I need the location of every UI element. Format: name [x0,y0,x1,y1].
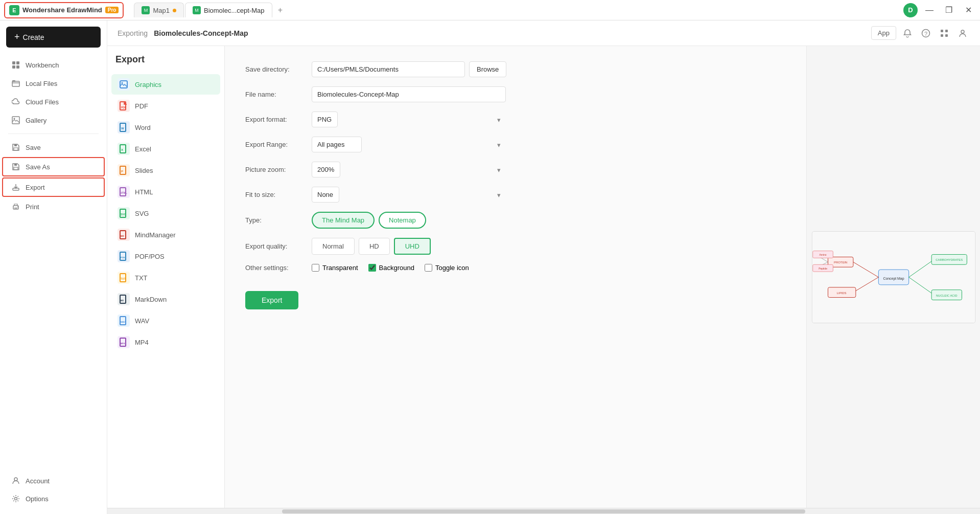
export-label-mp4: MP4 [135,339,149,346]
svg-text:SVG: SVG [121,213,126,216]
export-item-markdown[interactable]: MD MarkDown [111,289,220,309]
export-item-svg[interactable]: SVG SVG [111,203,220,224]
export-item-slides[interactable]: P Slides [111,160,220,181]
sidebar-item-export[interactable]: Export [2,177,105,197]
sidebar: + Create Workbench Local Files Cloud Fil… [0,20,107,514]
export-item-html[interactable]: HTML HTML [111,182,220,202]
export-format-row: Export format: PNGJPGBMPSVG [245,111,786,127]
sidebar-item-save[interactable]: Save [3,139,104,156]
transparent-checkbox-item[interactable]: Transparent [312,264,358,272]
background-checkbox[interactable] [368,264,376,272]
svg-point-16 [14,478,17,481]
close-button[interactable]: ✕ [961,3,976,18]
sidebar-item-local-files[interactable]: Local Files [3,75,104,92]
svg-text:MM: MM [121,235,124,237]
svg-rect-10 [14,164,17,166]
sidebar-item-workbench[interactable]: Workbench [3,56,104,74]
content-area: Exporting Biomolecules-Concept-Map App ? [107,20,980,514]
sidebar-item-cloud-files[interactable]: Cloud Files [3,93,104,110]
file-name-label: File name: [245,91,312,98]
fit-to-size-select[interactable]: NoneA4A3 [312,187,339,203]
create-button[interactable]: + Create [6,27,101,48]
tab-add-button[interactable]: + [273,3,288,17]
options-icon [11,494,20,503]
export-item-pof-pos[interactable]: POS POF/POS [111,246,220,266]
tab-map1[interactable]: M Map1 [134,3,184,17]
tab-biomolec[interactable]: M Biomolec...cept-Map [185,3,272,17]
title-bar-left: E Wondershare EdrawMind Pro M Map1 M Bio… [4,2,288,18]
app-button[interactable]: App [871,26,896,40]
print-icon [11,202,20,211]
sidebar-item-account[interactable]: Account [3,472,104,489]
save-directory-input[interactable] [312,61,465,77]
export-item-pdf[interactable]: PDF PDF [111,96,220,116]
bottom-scrollbar[interactable] [107,508,980,514]
export-item-mindmanager[interactable]: MM MindManager [111,225,220,245]
scrollbar-thumb[interactable] [282,509,806,513]
mindmanager-format-icon: MM [118,229,130,241]
app-logo: E Wondershare EdrawMind Pro [4,2,124,18]
sidebar-item-gallery[interactable]: Gallery [3,111,104,129]
quality-hd-button[interactable]: HD [359,238,390,255]
fit-to-size-select-wrapper: NoneA4A3 [312,187,506,203]
export-item-txt[interactable]: TXT TXT [111,267,220,288]
type-mind-map-button[interactable]: The Mind Map [312,212,375,229]
notification-icon[interactable] [900,26,915,40]
export-icon [11,183,20,192]
export-range-select[interactable]: All pagesCurrent page [312,137,362,152]
apps-icon[interactable] [937,26,951,40]
svg-text:CARBOHYDRATES: CARBOHYDRATES [936,258,963,261]
export-item-excel[interactable]: X Excel [111,139,220,159]
sidebar-label-cloud-files: Cloud Files [26,98,59,106]
svg-point-24 [961,30,964,33]
background-label: Background [379,264,414,272]
file-name-input[interactable] [312,86,506,102]
mind-map-svg: Concept Map PROTEIN LIPIDS CARBOHYDRATES [812,232,975,323]
quality-normal-button[interactable]: Normal [312,238,355,255]
type-notemap-button[interactable]: Notemap [379,212,426,229]
export-label-graphics: Graphics [135,81,161,88]
export-item-wav[interactable]: WAV WAV [111,310,220,331]
toggle-icon-checkbox[interactable] [425,264,432,272]
svg-rect-4 [12,81,19,86]
svg-rect-2 [12,65,15,69]
export-label-markdown: MarkDown [135,296,167,303]
sidebar-item-print[interactable]: Print [3,198,104,215]
sidebar-item-options[interactable]: Options [3,490,104,507]
account-icon [11,476,20,485]
app-name: Wondershare EdrawMind [22,6,102,14]
export-label-mindmanager: MindManager [135,231,176,239]
toggle-icon-checkbox-item[interactable]: Toggle icon [425,264,469,272]
svg-text:POS: POS [121,256,125,259]
export-label-wav: WAV [135,317,149,325]
type-row: Type: The Mind Map Notemap [245,212,786,229]
picture-zoom-select-wrapper: 50%100%150%200%300% [312,162,506,177]
quality-buttons: Normal HD UHD [312,238,431,255]
quality-uhd-button[interactable]: UHD [394,238,431,255]
export-format-select[interactable]: PNGJPGBMPSVG [312,111,338,127]
sidebar-item-save-as[interactable]: Save As [2,157,105,176]
export-item-mp4[interactable]: MP4 MP4 [111,332,220,352]
mp4-format-icon: MP4 [118,336,130,348]
pof-format-icon: POS [118,250,130,262]
browse-button[interactable]: Browse [469,61,506,77]
svg-text:W: W [121,127,124,130]
user-icon[interactable] [955,26,970,40]
local-files-icon [11,79,20,88]
background-checkbox-item[interactable]: Background [368,264,414,272]
svg-rect-6 [12,117,19,124]
export-sidebar: Export Graphics PDF PDF [107,46,225,508]
export-item-word[interactable]: W Word [111,117,220,138]
minimize-button[interactable]: — [922,3,937,18]
other-settings-row: Other settings: Transparent Background [245,264,786,272]
avatar[interactable]: D [903,3,918,17]
html-format-icon: HTML [118,186,130,198]
export-item-graphics[interactable]: Graphics [111,74,220,95]
help-icon[interactable]: ? [919,26,933,40]
transparent-checkbox[interactable] [312,264,319,272]
export-button[interactable]: Export [245,291,298,309]
svg-text:X: X [121,148,123,151]
maximize-button[interactable]: ❐ [941,3,956,18]
picture-zoom-select[interactable]: 50%100%150%200%300% [312,162,340,177]
wav-format-icon: WAV [118,315,130,327]
